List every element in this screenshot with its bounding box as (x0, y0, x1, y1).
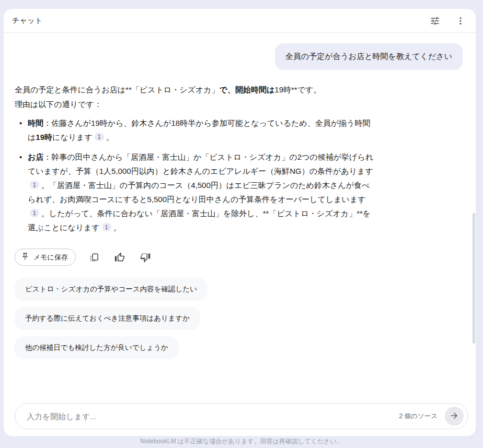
suggestion-chip-3[interactable]: 他の候補日でも検討した方が良いでしょうか (15, 336, 179, 359)
notebooklm-chat-panel: チャット 全員の予定が合うお店と時間を教えてください (0, 0, 483, 448)
suggestion-chip-2[interactable]: 予約する際に伝えておくべき注意事項はありますか (15, 307, 200, 330)
suggestion-chip-1[interactable]: ビストロ・シズオカの予算やコース内容を確認したい (15, 278, 208, 301)
feedback-icons (87, 250, 153, 265)
chat-input-bar: 2 個のソース (15, 403, 468, 429)
chat-header: チャット (4, 9, 476, 33)
copy-icon (89, 252, 99, 263)
sources-count-label: 2 個のソース (399, 412, 438, 421)
chat-card: チャット 全員の予定が合うお店と時間を教えてください (4, 9, 476, 436)
disclaimer-text: NotebookLM は不正確な場合があります。回答は再確認してください。 (0, 437, 483, 446)
chat-input[interactable] (27, 412, 399, 421)
thumbs-down-button[interactable] (138, 250, 153, 265)
send-arrow-icon (450, 411, 459, 422)
citation-chip[interactable]: 1 (30, 181, 39, 189)
citation-chip[interactable]: 1 (30, 209, 39, 217)
push-pin-icon (21, 252, 29, 262)
answer-reason-heading: 理由は以下の通りです： (15, 97, 376, 111)
bullet-restaurant: お店：幹事の田中さんから「居酒屋・富士山」か「ビストロ・シズオカ」の2つの候補が… (15, 150, 376, 234)
citation-chip[interactable]: 1 (95, 133, 104, 141)
save-to-note-button[interactable]: メモに保存 (15, 249, 76, 266)
bullet-time: 時間：佐藤さんが19時から、鈴木さんが18時半から参加可能となっているため、全員… (15, 116, 376, 144)
save-to-note-label: メモに保存 (33, 253, 68, 262)
user-message-row: 全員の予定が合うお店と時間を教えてください (15, 43, 465, 70)
copy-button[interactable] (87, 250, 101, 265)
answer-intro: 全員の予定と条件に合うお店は**「ビストロ・シズオカ」で、開始時間は19時**で… (15, 82, 376, 97)
tune-icon (430, 16, 440, 26)
citation-chip[interactable]: 1 (102, 223, 111, 231)
header-actions (428, 14, 467, 28)
thumbs-down-icon (140, 252, 151, 263)
more-vert-icon (456, 16, 465, 26)
more-menu-button[interactable] (454, 14, 467, 28)
answer-bullet-list: 時間：佐藤さんが19時から、鈴木さんが18時半から参加可能となっているため、全員… (15, 116, 376, 234)
suggested-questions: ビストロ・シズオカの予算やコース内容を確認したい 予約する際に伝えておくべき注意… (15, 278, 465, 359)
message-action-row: メモに保存 (15, 249, 465, 266)
user-message-bubble: 全員の予定が合うお店と時間を教えてください (275, 43, 463, 70)
scrollbar-thumb[interactable] (473, 213, 475, 344)
thumbs-up-icon (114, 252, 125, 263)
thumbs-up-button[interactable] (112, 250, 127, 265)
send-button[interactable] (445, 407, 464, 426)
assistant-message: 全員の予定と条件に合うお店は**「ビストロ・シズオカ」で、開始時間は19時**で… (15, 82, 376, 234)
chat-settings-button[interactable] (428, 14, 442, 28)
chat-messages-area: 全員の予定が合うお店と時間を教えてください 全員の予定と条件に合うお店は**「ビ… (4, 33, 476, 389)
page-title: チャット (12, 16, 43, 26)
